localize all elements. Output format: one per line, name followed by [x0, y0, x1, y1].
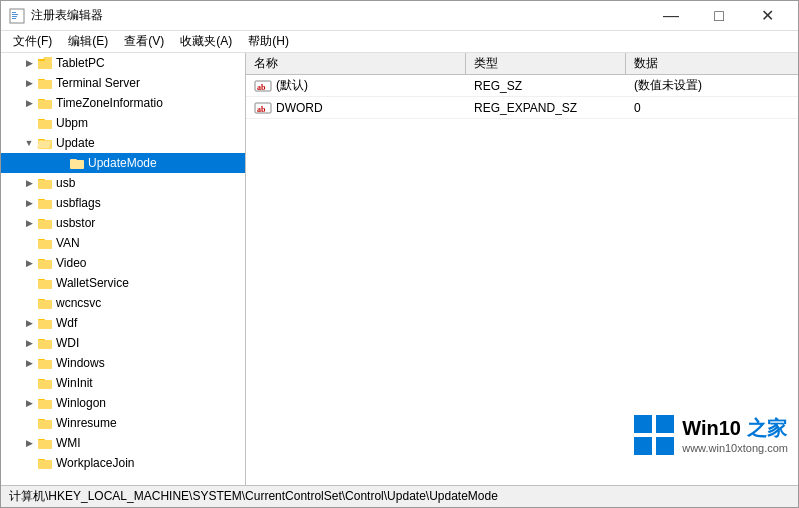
expand-icon[interactable]: ▶	[21, 195, 37, 211]
tree-label: TimeZoneInformatio	[56, 96, 163, 110]
svg-rect-43	[38, 420, 52, 429]
expand-icon[interactable]: ▶	[21, 335, 37, 351]
expand-icon[interactable]: ▶	[21, 255, 37, 271]
menu-view[interactable]: 查看(V)	[116, 31, 172, 52]
svg-rect-5	[38, 60, 52, 69]
value-row-default[interactable]: ab (默认) REG_SZ (数值未设置)	[246, 75, 798, 97]
expand-icon[interactable]: ▶	[21, 175, 37, 191]
tree-item-usb[interactable]: ▶ usb	[1, 173, 245, 193]
value-name: ab DWORD	[246, 99, 466, 117]
folder-icon	[37, 96, 53, 110]
tree-item-wininit[interactable]: ▶ WinInit	[1, 373, 245, 393]
tree-label: WalletService	[56, 276, 129, 290]
tree-label: usb	[56, 176, 75, 190]
tree-item-wdi[interactable]: ▶ WDI	[1, 333, 245, 353]
tree-item-video[interactable]: ▶ Video	[1, 253, 245, 273]
folder-icon	[37, 316, 53, 330]
tree-item-terminalserver[interactable]: ▶ Terminal Server	[1, 73, 245, 93]
folder-icon	[37, 236, 53, 250]
tree-label: Update	[56, 136, 95, 150]
tree-item-winresume[interactable]: ▶ Winresume	[1, 413, 245, 433]
expand-icon[interactable]: ▶	[21, 355, 37, 371]
tree-label: wcncsvc	[56, 296, 101, 310]
svg-rect-25	[38, 240, 52, 249]
tree-item-winlogon[interactable]: ▶ Winlogon	[1, 393, 245, 413]
watermark-url: www.win10xtong.com	[682, 441, 788, 455]
tree-item-workplacejoin[interactable]: ▶ WorkplaceJoin	[1, 453, 245, 473]
svg-rect-10	[38, 100, 52, 109]
svg-rect-21	[38, 200, 52, 209]
svg-rect-39	[38, 380, 52, 389]
folder-icon	[37, 116, 53, 130]
folder-icon	[37, 336, 53, 350]
expand-icon[interactable]: ▶	[21, 75, 37, 91]
tree-label: Winlogon	[56, 396, 106, 410]
expand-icon[interactable]: ▶	[21, 95, 37, 111]
svg-rect-45	[38, 440, 52, 449]
expand-icon[interactable]: ▶	[21, 55, 37, 71]
app-icon	[9, 8, 25, 24]
expand-icon[interactable]: ▶	[21, 215, 37, 231]
tree-item-updatemode[interactable]: ▶ UpdateMode	[1, 153, 245, 173]
folder-icon	[37, 456, 53, 470]
folder-icon	[37, 276, 53, 290]
tree-item-usbflags[interactable]: ▶ usbflags	[1, 193, 245, 213]
tree-label: VAN	[56, 236, 80, 250]
svg-rect-52	[634, 415, 652, 433]
tree-pane[interactable]: ▶ TabletPC ▶ Terminal Server ▶	[1, 53, 246, 485]
svg-text:ab: ab	[257, 105, 266, 114]
reg-string-icon: ab	[254, 79, 272, 93]
tree-item-usbstor[interactable]: ▶ usbstor	[1, 213, 245, 233]
svg-rect-53	[656, 415, 674, 433]
svg-rect-4	[12, 18, 16, 19]
tree-label: Ubpm	[56, 116, 88, 130]
tree-item-van[interactable]: ▶ VAN	[1, 233, 245, 253]
tree-item-wdf[interactable]: ▶ Wdf	[1, 313, 245, 333]
value-type: REG_SZ	[466, 77, 626, 95]
tree-label: Terminal Server	[56, 76, 140, 90]
folder-open-icon	[37, 136, 53, 150]
value-row-dword[interactable]: ab DWORD REG_EXPAND_SZ 0	[246, 97, 798, 119]
tree-item-windows[interactable]: ▶ Windows	[1, 353, 245, 373]
maximize-button[interactable]: □	[696, 1, 742, 31]
folder-icon	[37, 256, 53, 270]
tree-item-ubpm[interactable]: ▶ Ubpm	[1, 113, 245, 133]
content-area: ▶ TabletPC ▶ Terminal Server ▶	[1, 53, 798, 485]
value-type: REG_EXPAND_SZ	[466, 99, 626, 117]
svg-rect-6	[38, 59, 45, 61]
menu-favorites[interactable]: 收藏夹(A)	[172, 31, 240, 52]
svg-rect-12	[38, 120, 52, 129]
menu-file[interactable]: 文件(F)	[5, 31, 60, 52]
expand-icon[interactable]: ▶	[21, 435, 37, 451]
close-button[interactable]: ✕	[744, 1, 790, 31]
tree-item-update[interactable]: ▼ Update	[1, 133, 245, 153]
svg-rect-3	[12, 16, 17, 17]
svg-rect-31	[38, 300, 52, 309]
title-bar: 注册表编辑器 — □ ✕	[1, 1, 798, 31]
expand-icon[interactable]: ▶	[21, 395, 37, 411]
folder-icon	[37, 196, 53, 210]
tree-item-walletservice[interactable]: ▶ WalletService	[1, 273, 245, 293]
window-title: 注册表编辑器	[31, 7, 103, 24]
tree-item-wmi[interactable]: ▶ WMI	[1, 433, 245, 453]
windows-logo	[634, 415, 674, 455]
dword-value-label: DWORD	[276, 101, 323, 115]
menu-help[interactable]: 帮助(H)	[240, 31, 297, 52]
svg-rect-19	[38, 180, 52, 189]
tree-item-tabletpc[interactable]: ▶ TabletPC	[1, 53, 245, 73]
svg-rect-37	[38, 360, 52, 369]
tree-item-wcncsvc[interactable]: ▶ wcncsvc	[1, 293, 245, 313]
title-bar-left: 注册表编辑器	[9, 7, 103, 24]
svg-rect-55	[656, 437, 674, 455]
tree-item-timezone[interactable]: ▶ TimeZoneInformatio	[1, 93, 245, 113]
svg-rect-27	[38, 260, 52, 269]
tree-label: usbflags	[56, 196, 101, 210]
svg-rect-2	[12, 14, 18, 15]
status-path: 计算机\HKEY_LOCAL_MACHINE\SYSTEM\CurrentCon…	[9, 488, 498, 505]
svg-rect-47	[38, 460, 52, 469]
expand-icon[interactable]: ▼	[21, 135, 37, 151]
menu-edit[interactable]: 编辑(E)	[60, 31, 116, 52]
expand-icon[interactable]: ▶	[21, 315, 37, 331]
minimize-button[interactable]: —	[648, 1, 694, 31]
col-header-type: 类型	[466, 53, 626, 74]
